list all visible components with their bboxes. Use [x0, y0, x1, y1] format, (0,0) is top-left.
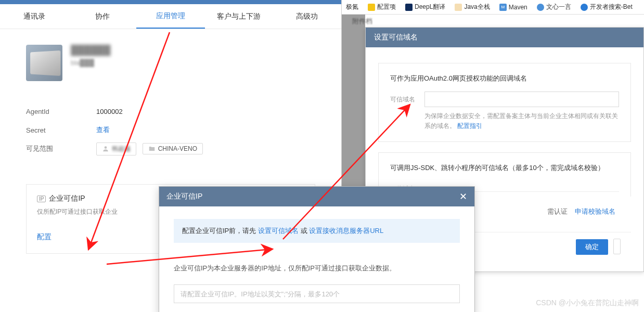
set-callback-link[interactable]: 设置接收消息服务器URL	[309, 227, 383, 235]
app-id: bla███	[71, 59, 111, 67]
top-bar	[0, 0, 341, 4]
svg-point-0	[105, 146, 107, 149]
oauth-section: 可作为应用OAuth2.0网页授权功能的回调域名 可信域名 为保障企业数据安全，…	[378, 63, 631, 142]
bookmark-item[interactable]: Java全栈	[455, 3, 490, 11]
oauth-section-title: 可作为应用OAuth2.0网页授权功能的回调域名	[390, 74, 619, 83]
bookmark-item[interactable]: DeepL翻译	[405, 3, 445, 11]
nav-tab-contacts[interactable]: 通讯录	[0, 4, 68, 29]
visible-tag-dept-label: CHINA-VENO	[158, 145, 197, 152]
bookmark-item[interactable]: 开发者搜索-Bet	[581, 3, 633, 11]
app-name: ██████	[71, 45, 111, 56]
apply-verify-link[interactable]: 申请校验域名	[575, 207, 615, 215]
ip-modal-header: 企业可信IP ✕	[159, 187, 474, 206]
bookmark-item[interactable]: 文心一言	[537, 3, 571, 11]
visible-tag-user[interactable]: 韩超越	[96, 142, 136, 155]
config-guide-link[interactable]: 配置指引	[457, 122, 482, 129]
confirm-button[interactable]: 确定	[576, 239, 608, 255]
bookmark-bar: 极氮 配置项 DeepL翻译 Java全栈 MMaven 文心一言 开发者搜索-…	[342, 0, 644, 15]
nav-tab-apps[interactable]: 应用管理	[136, 4, 204, 29]
secret-label: Secret	[26, 126, 96, 134]
info-rows: AgentId 1000002 Secret 查看 可见范围 韩超越 CHINA…	[26, 102, 315, 158]
nav-tab-collab[interactable]: 协作	[68, 4, 136, 29]
ip-config-link[interactable]: 配置	[37, 232, 51, 241]
domain-dialog-header: 设置可信域名	[366, 28, 643, 47]
visible-tag-user-label: 韩超越	[112, 145, 131, 153]
visible-label: 可见范围	[26, 144, 96, 153]
visible-tag-dept[interactable]: CHINA-VENO	[143, 143, 203, 154]
ip-input[interactable]	[174, 284, 460, 303]
bg-text: 附件档	[342, 15, 644, 28]
secret-view-link[interactable]: 查看	[96, 125, 110, 135]
user-icon	[102, 145, 109, 152]
ip-badge-icon: IP	[37, 196, 46, 202]
ip-modal: 企业可信IP ✕ 配置企业可信IP前，请先 设置可信域名 或 设置接收消息服务器…	[159, 186, 475, 312]
watermark: CSDN @小小兔在普陀山走神啊	[536, 298, 639, 308]
app-icon	[26, 45, 62, 81]
close-icon[interactable]: ✕	[459, 192, 467, 201]
set-domain-link[interactable]: 设置可信域名	[258, 227, 299, 235]
domain-help: 为保障企业数据安全，需配置备案主体与当前企业主体相同或有关联关系的域名。 配置指…	[424, 111, 619, 131]
domain-input[interactable]	[424, 92, 619, 107]
nav-tabs: 通讯录 协作 应用管理 客户与上下游 高级功	[0, 4, 341, 29]
nav-tab-customers[interactable]: 客户与上下游	[205, 4, 273, 29]
bookmark-item[interactable]: 配置项	[368, 3, 396, 11]
domain-field-label: 可信域名	[390, 92, 419, 104]
agentid-label: AgentId	[26, 108, 96, 115]
ip-alert: 配置企业可信IP前，请先 设置可信域名 或 设置接收消息服务器URL	[174, 219, 460, 243]
ip-modal-desc: 企业可信IP为本企业服务器的IP地址，仅所配IP可通过接口获取企业数据。	[174, 264, 460, 273]
ip-title-text: 企业可信IP	[49, 194, 85, 203]
cancel-button-edge[interactable]	[613, 239, 621, 254]
folder-icon	[148, 145, 156, 152]
bookmark-item[interactable]: MMaven	[499, 4, 527, 11]
agentid-value: 1000002	[96, 108, 123, 115]
nav-tab-advanced[interactable]: 高级功	[273, 4, 341, 29]
app-header: ██████ bla███	[26, 45, 315, 81]
jssdk-section-title: 可调用JS-SDK、跳转小程序的可信域名（最多10个，需完成域名校验）	[390, 163, 619, 173]
bookmark-item[interactable]: 极氮	[346, 3, 358, 11]
ip-modal-title: 企业可信IP	[166, 192, 202, 201]
